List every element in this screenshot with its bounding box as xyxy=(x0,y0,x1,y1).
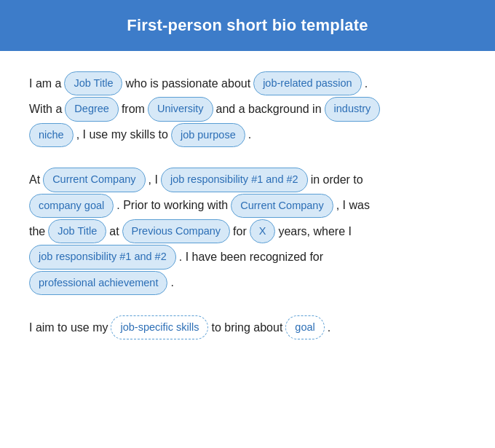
plain-text: . xyxy=(365,74,368,94)
job-purpose-tag[interactable]: job purpose xyxy=(171,123,245,147)
job-specific-skills-tag[interactable]: job-specific skills xyxy=(111,315,208,339)
plain-text: , I xyxy=(148,170,158,190)
plain-text: for xyxy=(233,221,247,242)
text-line-2-1: At Current Company , I job responsibilit… xyxy=(29,168,466,192)
degree-tag[interactable]: Degree xyxy=(65,97,119,121)
text-line-3-1: I aim to use my job-specific skills to b… xyxy=(29,315,466,339)
text-line-2-5: professional achievement . xyxy=(29,271,466,295)
plain-text: , I was xyxy=(336,195,370,216)
current-company-tag-2[interactable]: Current Company xyxy=(231,194,333,218)
professional-achievement-tag[interactable]: professional achievement xyxy=(29,271,167,295)
plain-text: I am a xyxy=(29,74,61,94)
header: First-person short bio template xyxy=(0,0,495,51)
plain-text: who is passionate about xyxy=(125,74,250,94)
paragraph-2: At Current Company , I job responsibilit… xyxy=(29,168,466,295)
text-line-1-3: niche , I use my skills to job purpose . xyxy=(29,123,466,147)
plain-text: the xyxy=(29,221,45,242)
text-line-1-2: With a Degree from University and a back… xyxy=(29,97,466,121)
previous-company-tag[interactable]: Previous Company xyxy=(122,219,231,243)
niche-tag[interactable]: niche xyxy=(29,123,74,147)
x-years-tag[interactable]: X xyxy=(250,219,276,243)
text-line-2-3: the Job Title at Previous Company for X … xyxy=(29,219,466,243)
plain-text: at xyxy=(109,221,119,242)
plain-text: . Prior to working with xyxy=(116,195,228,216)
plain-text: . xyxy=(328,318,330,338)
plain-text: . xyxy=(248,125,251,145)
plain-text: , I use my skills to xyxy=(76,125,168,145)
page-title: First-person short bio template xyxy=(29,16,466,35)
plain-text: . I have been recognized for xyxy=(179,247,323,267)
current-company-tag-1[interactable]: Current Company xyxy=(43,168,145,192)
job-title-tag[interactable]: Job Title xyxy=(64,71,122,95)
text-line-2-4: job responsibility #1 and #2 . I have be… xyxy=(29,245,466,269)
job-title-tag-2[interactable]: Job Title xyxy=(48,219,106,243)
plain-text: years, where I xyxy=(278,221,351,242)
content: I am a Job Title who is passionate about… xyxy=(0,51,495,363)
plain-text: At xyxy=(29,170,40,190)
paragraph-1: I am a Job Title who is passionate about… xyxy=(29,71,466,147)
company-goal-tag[interactable]: company goal xyxy=(29,194,114,218)
plain-text: and a background in xyxy=(216,99,322,119)
text-line-1-1: I am a Job Title who is passionate about… xyxy=(29,71,466,95)
text-line-2-2: company goal . Prior to working with Cur… xyxy=(29,194,466,218)
university-tag[interactable]: University xyxy=(148,97,213,121)
plain-text: from xyxy=(122,99,145,119)
job-related-passion-tag[interactable]: job-related passion xyxy=(253,71,362,95)
plain-text: . xyxy=(170,272,173,293)
job-responsibility-tag-1[interactable]: job responsibility #1 and #2 xyxy=(161,168,308,192)
industry-tag[interactable]: industry xyxy=(325,97,381,121)
plain-text: I aim to use my xyxy=(29,318,108,338)
plain-text: With a xyxy=(29,99,62,119)
goal-tag[interactable]: goal xyxy=(285,315,324,339)
job-responsibility-tag-2[interactable]: job responsibility #1 and #2 xyxy=(29,245,176,269)
plain-text: to bring about xyxy=(211,318,282,338)
plain-text: in order to xyxy=(311,170,363,190)
paragraph-3: I aim to use my job-specific skills to b… xyxy=(29,315,466,339)
